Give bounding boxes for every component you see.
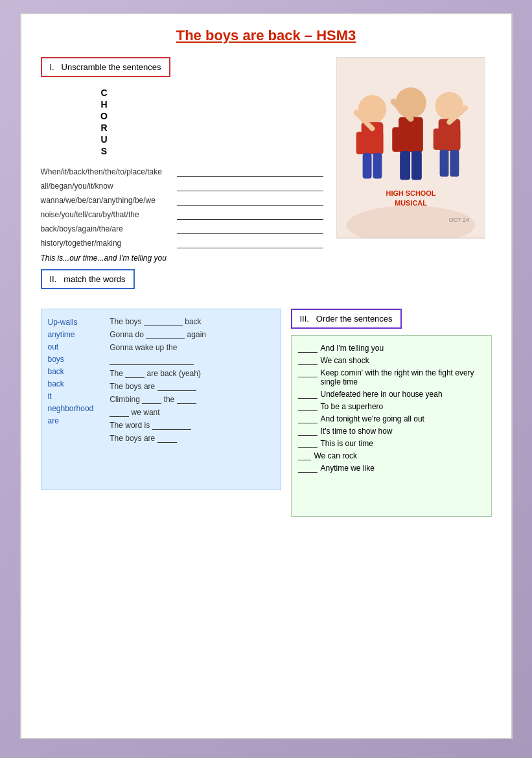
word-2: anytime	[48, 329, 94, 340]
order-blank-8[interactable]	[298, 439, 318, 448]
scramble-row-4: noise/you/tell/can/by/that/the	[41, 209, 323, 220]
order-row-7: It's time to show how	[298, 427, 485, 436]
word-5: back	[48, 366, 94, 377]
order-row-1: And I'm telling you	[298, 344, 485, 353]
match-section: Up-walls anytime out boys back back it n…	[41, 309, 281, 490]
answer-line-1[interactable]	[177, 167, 323, 177]
scramble-row-1: When/it/back/then/the/to/place/take	[41, 167, 323, 177]
order-text-8: This is our time	[321, 439, 373, 448]
order-row-10: Anytime we like	[298, 464, 485, 473]
crossword-area: C H O R U S	[60, 87, 323, 160]
section2-box: II. match the words	[41, 269, 135, 289]
blank-1[interactable]	[144, 317, 183, 326]
blank-7a[interactable]	[142, 395, 161, 404]
blank-2[interactable]	[146, 330, 185, 339]
fill-row-10: The boys are	[110, 434, 206, 443]
order-blank-4[interactable]	[298, 390, 318, 399]
section1-label: I.	[50, 62, 54, 72]
letter-s: S	[99, 145, 111, 157]
svg-rect-7	[373, 153, 382, 179]
match-inner: Up-walls anytime out boys back back it n…	[48, 317, 274, 447]
words-column: Up-walls anytime out boys back back it n…	[48, 317, 94, 447]
order-section: III. Order the sentences And I'm telling…	[291, 309, 492, 517]
answer-line-3[interactable]	[177, 195, 323, 206]
order-blank-5[interactable]	[298, 402, 318, 411]
order-blank-1[interactable]	[298, 344, 318, 353]
svg-rect-13	[411, 151, 421, 180]
order-row-5: To be a superhero	[298, 402, 485, 411]
order-row-6: And tonight we're going all out	[298, 414, 485, 423]
order-text-5: To be a superhero	[321, 402, 384, 411]
order-text-2: We can shock	[321, 356, 369, 365]
svg-rect-17	[452, 128, 460, 150]
blank-7b[interactable]	[177, 395, 196, 404]
hsm-illustration: HIGH SCHOOL MUSICAL OCT 24	[337, 58, 485, 238]
order-blank-2[interactable]	[298, 356, 318, 365]
order-text-9: We can rock	[314, 451, 357, 460]
section1-box: I. Unscramble the sentences	[41, 57, 170, 77]
letter-r: R	[99, 122, 111, 134]
answer-line-5[interactable]	[177, 224, 323, 234]
fill-row-2: Gonna do again	[110, 330, 206, 339]
answer-line-4[interactable]	[177, 209, 323, 220]
letter-o: O	[99, 110, 111, 122]
blank-9[interactable]	[152, 421, 191, 430]
fill-row-4	[110, 356, 206, 365]
answer-line-6[interactable]	[177, 238, 323, 248]
word-9: are	[48, 416, 94, 426]
scramble-rows: When/it/back/then/the/to/place/take all/…	[41, 167, 323, 248]
section3-title: Order the sentences	[316, 314, 393, 324]
word-8: neghborhood	[48, 403, 94, 414]
svg-point-8	[395, 88, 426, 119]
order-row-9: We can rock	[298, 451, 485, 460]
fill-row-7: Climbing the	[110, 395, 206, 404]
word-6: back	[48, 379, 94, 389]
scramble-text-2: all/began/you/it/know	[41, 182, 170, 191]
blank-4[interactable]	[110, 356, 194, 365]
crossword-grid: C H O R U S	[99, 87, 111, 157]
blank-6[interactable]	[157, 382, 196, 391]
letter-h: H	[99, 99, 111, 110]
top-section: I. Unscramble the sentences C H O R U S	[41, 57, 492, 299]
hsm-image: HIGH SCHOOL MUSICAL OCT 24	[336, 57, 485, 239]
right-column: HIGH SCHOOL MUSICAL OCT 24	[336, 57, 492, 299]
svg-text:HIGH SCHOOL: HIGH SCHOOL	[386, 189, 435, 197]
order-text-3: Keep comin' with the right win the fight…	[321, 368, 485, 386]
answer-line-2[interactable]	[177, 181, 323, 191]
svg-rect-12	[400, 151, 410, 180]
scramble-text-4: noise/you/tell/can/by/that/the	[41, 210, 170, 219]
word-3: out	[48, 342, 94, 352]
blank-10[interactable]	[157, 434, 177, 443]
word-1: Up-walls	[48, 317, 94, 327]
scramble-text-5: back/boys/again/the/are	[41, 224, 170, 233]
match-box: Up-walls anytime out boys back back it n…	[41, 309, 281, 490]
order-box: And I'm telling you We can shock Keep co…	[291, 335, 492, 517]
svg-rect-6	[362, 153, 371, 179]
scramble-text-1: When/it/back/then/the/to/place/take	[41, 167, 170, 176]
scramble-row-3: wanna/we/be/can/anything/be/we	[41, 195, 323, 206]
blank-5[interactable]	[125, 369, 145, 378]
word-7: it	[48, 391, 94, 401]
svg-rect-19	[450, 150, 459, 177]
order-text-10: Anytime we like	[321, 464, 375, 473]
page: The boys are back – HSM3 I. Unscramble t…	[20, 13, 513, 739]
order-blank-3[interactable]	[298, 368, 318, 377]
scramble-row-2: all/began/you/it/know	[41, 181, 323, 191]
blank-8[interactable]	[110, 408, 129, 417]
fill-row-3: Gonna wake up the	[110, 343, 206, 352]
order-row-3: Keep comin' with the right win the fight…	[298, 368, 485, 386]
this-is-text: This is...our time...and I'm telling you	[41, 254, 323, 263]
scramble-row-6: history/together/making	[41, 238, 323, 248]
scramble-row-5: back/boys/again/the/are	[41, 224, 323, 234]
letter-c: C	[99, 87, 111, 99]
scramble-text-6: history/together/making	[41, 239, 170, 248]
svg-rect-4	[356, 132, 364, 154]
order-blank-7[interactable]	[298, 427, 318, 436]
svg-rect-11	[412, 127, 421, 152]
order-blank-9[interactable]	[298, 451, 311, 460]
fill-row-5: The are back (yeah)	[110, 369, 206, 378]
crossword-letters: C H O R U S	[99, 87, 111, 157]
order-blank-10[interactable]	[298, 464, 318, 473]
order-text-6: And tonight we're going all out	[321, 414, 424, 423]
order-blank-6[interactable]	[298, 414, 318, 423]
